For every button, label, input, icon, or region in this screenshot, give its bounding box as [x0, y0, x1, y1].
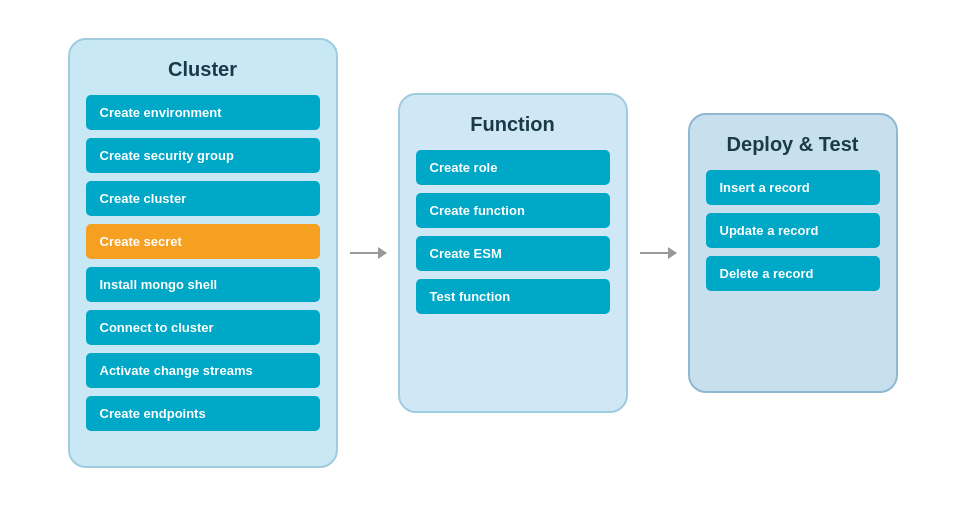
- cluster-items-list: Create environment Create security group…: [86, 95, 320, 431]
- cluster-item-4[interactable]: Install mongo shell: [86, 267, 320, 302]
- function-items-list: Create role Create function Create ESM T…: [416, 150, 610, 314]
- function-panel: Function Create role Create function Cre…: [398, 93, 628, 413]
- arrow-cluster-to-function: [338, 252, 398, 254]
- arrow-icon-1: [350, 252, 386, 254]
- cluster-item-7[interactable]: Create endpoints: [86, 396, 320, 431]
- arrow-icon-2: [640, 252, 676, 254]
- diagram: Cluster Create environment Create securi…: [48, 18, 918, 488]
- cluster-title: Cluster: [168, 58, 237, 81]
- function-item-3[interactable]: Test function: [416, 279, 610, 314]
- deploy-item-1[interactable]: Update a record: [706, 213, 880, 248]
- function-item-2[interactable]: Create ESM: [416, 236, 610, 271]
- deploy-title: Deploy & Test: [727, 133, 859, 156]
- deploy-panel: Deploy & Test Insert a record Update a r…: [688, 113, 898, 393]
- cluster-item-5[interactable]: Connect to cluster: [86, 310, 320, 345]
- deploy-items-list: Insert a record Update a record Delete a…: [706, 170, 880, 291]
- deploy-item-0[interactable]: Insert a record: [706, 170, 880, 205]
- cluster-item-2[interactable]: Create cluster: [86, 181, 320, 216]
- cluster-item-6[interactable]: Activate change streams: [86, 353, 320, 388]
- cluster-panel: Cluster Create environment Create securi…: [68, 38, 338, 468]
- function-title: Function: [470, 113, 554, 136]
- cluster-item-3[interactable]: Create secret: [86, 224, 320, 259]
- deploy-item-2[interactable]: Delete a record: [706, 256, 880, 291]
- cluster-item-0[interactable]: Create environment: [86, 95, 320, 130]
- arrow-function-to-deploy: [628, 252, 688, 254]
- function-item-0[interactable]: Create role: [416, 150, 610, 185]
- function-item-1[interactable]: Create function: [416, 193, 610, 228]
- cluster-item-1[interactable]: Create security group: [86, 138, 320, 173]
